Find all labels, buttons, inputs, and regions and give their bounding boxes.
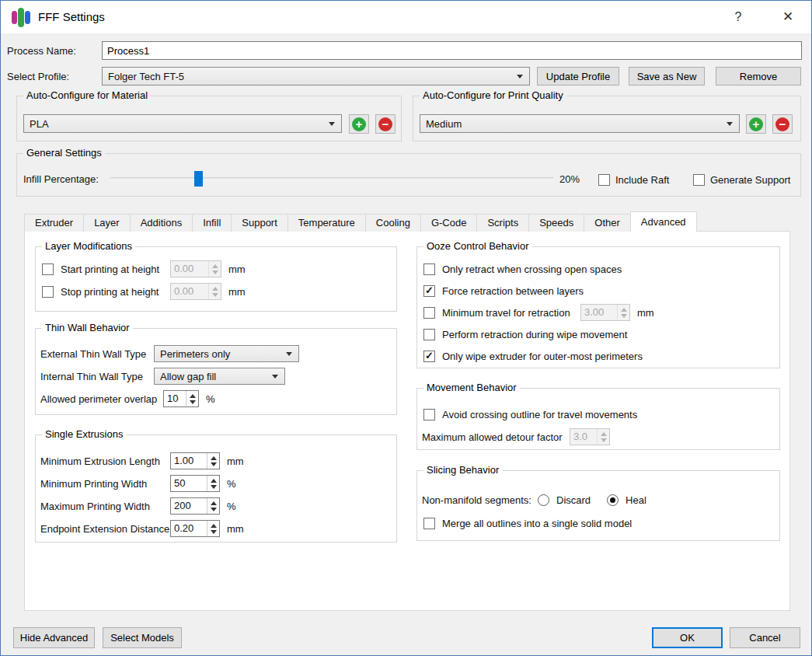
tab-support[interactable]: Support xyxy=(231,214,288,232)
quality-select[interactable]: Medium xyxy=(420,114,740,133)
tab-gcode[interactable]: G-Code xyxy=(420,214,478,232)
start-height-spinner[interactable]: 0.00 xyxy=(170,260,221,277)
perimeter-overlap-spinner[interactable]: 10 xyxy=(163,390,199,407)
start-printing-checkbox[interactable] xyxy=(42,263,54,275)
remove-profile-button[interactable]: Remove xyxy=(716,67,801,85)
tab-cooling[interactable]: Cooling xyxy=(365,214,421,232)
detour-factor-spinner[interactable]: 3.0 xyxy=(570,428,610,445)
process-name-input[interactable] xyxy=(102,41,802,60)
internal-thin-wall-select[interactable]: Allow gap fill xyxy=(154,368,285,385)
merge-outlines-label[interactable]: Merge all outlines into a single solid m… xyxy=(442,518,632,529)
movement-behavior-title: Movement Behavior xyxy=(423,382,520,393)
tab-scripts[interactable]: Scripts xyxy=(476,214,529,232)
cancel-button[interactable]: Cancel xyxy=(730,627,800,648)
help-icon[interactable]: ? xyxy=(722,1,754,33)
slicing-behavior-title: Slicing Behavior xyxy=(423,464,502,476)
remove-quality-button[interactable]: − xyxy=(772,114,793,134)
profile-select[interactable]: Folger Tech FT-5 xyxy=(102,67,530,85)
minus-circle-icon: − xyxy=(775,117,789,131)
only-wipe-checkbox[interactable] xyxy=(423,351,435,362)
thin-wall-behavior-group: Thin Wall Behavior External Thin Wall Ty… xyxy=(35,328,397,415)
advanced-tab-pane: Layer Modifications Start printing at he… xyxy=(24,231,790,611)
discard-radio[interactable] xyxy=(538,494,549,506)
select-models-button[interactable]: Select Models xyxy=(103,627,182,648)
heal-radio-label[interactable]: Heal xyxy=(626,494,646,506)
tab-additions[interactable]: Additions xyxy=(130,214,193,232)
infill-slider-handle[interactable] xyxy=(194,171,203,187)
only-retract-checkbox[interactable] xyxy=(423,263,435,275)
stop-printing-label[interactable]: Stop printing at height xyxy=(61,286,163,298)
general-settings-title: General Settings xyxy=(23,147,105,159)
spinner-arrows-icon[interactable] xyxy=(207,498,219,514)
min-travel-spinner[interactable]: 3.00 xyxy=(580,304,630,321)
hide-advanced-button[interactable]: Hide Advanced xyxy=(13,627,95,648)
heal-radio[interactable] xyxy=(607,494,619,506)
app-logo-icon xyxy=(12,8,30,27)
force-retraction-checkbox[interactable] xyxy=(423,285,435,297)
minus-circle-icon: − xyxy=(378,117,392,131)
tab-layer[interactable]: Layer xyxy=(83,214,131,232)
spinner-arrows-icon[interactable] xyxy=(207,521,219,536)
spinner-arrows-icon[interactable] xyxy=(207,476,219,491)
perimeter-overlap-unit: % xyxy=(206,393,215,405)
merge-outlines-checkbox[interactable] xyxy=(423,518,435,529)
max-printing-width-spinner[interactable]: 200 xyxy=(170,497,220,515)
min-travel-checkbox[interactable] xyxy=(423,307,435,319)
chevron-down-icon xyxy=(517,75,523,79)
min-travel-label[interactable]: Minimum travel for retraction xyxy=(442,307,573,319)
include-raft-label[interactable]: Include Raft xyxy=(615,174,669,186)
external-thin-wall-select[interactable]: Perimeters only xyxy=(154,345,299,362)
infill-slider-track[interactable] xyxy=(110,177,553,180)
min-extrusion-length-spinner[interactable]: 1.00 xyxy=(170,452,220,469)
tab-other[interactable]: Other xyxy=(584,214,631,232)
quality-select-value: Medium xyxy=(426,118,723,130)
update-profile-button[interactable]: Update Profile xyxy=(537,67,619,85)
stop-height-spinner[interactable]: 0.00 xyxy=(170,283,221,300)
close-icon[interactable]: ✕ xyxy=(772,1,804,33)
spinner-arrows-icon[interactable] xyxy=(186,391,198,407)
spinner-arrows-icon[interactable] xyxy=(597,429,609,445)
min-printing-width-spinner[interactable]: 50 xyxy=(170,475,220,492)
remove-material-button[interactable]: − xyxy=(375,114,396,134)
min-travel-unit: mm xyxy=(637,307,654,319)
spinner-arrows-icon[interactable] xyxy=(617,305,629,320)
stop-height-unit: mm xyxy=(228,286,246,298)
auto-configure-material-group: Auto-Configure for Material PLA + − xyxy=(16,96,402,141)
chevron-down-icon xyxy=(272,375,278,379)
select-profile-label: Select Profile: xyxy=(7,71,69,82)
spinner-arrows-icon[interactable] xyxy=(208,261,221,277)
include-raft-checkbox[interactable] xyxy=(598,174,610,186)
tab-advanced[interactable]: Advanced xyxy=(630,211,697,232)
ok-button[interactable]: OK xyxy=(652,627,723,648)
tab-speeds[interactable]: Speeds xyxy=(528,214,584,232)
generate-support-label[interactable]: Generate Support xyxy=(710,174,790,186)
min-extrusion-length-unit: mm xyxy=(227,455,244,467)
only-wipe-label[interactable]: Only wipe extruder for outer-most perime… xyxy=(442,351,643,362)
avoid-crossing-checkbox[interactable] xyxy=(423,409,435,420)
min-printing-width-label: Minimum Printing Width xyxy=(40,478,163,490)
discard-radio-label[interactable]: Discard xyxy=(556,494,591,506)
internal-thin-wall-label: Internal Thin Wall Type xyxy=(40,371,147,382)
start-printing-label[interactable]: Start printing at height xyxy=(61,263,163,275)
endpoint-extension-spinner[interactable]: 0.20 xyxy=(170,520,220,537)
avoid-crossing-label[interactable]: Avoid crossing outline for travel moveme… xyxy=(442,409,637,420)
only-retract-label[interactable]: Only retract when crossing open spaces xyxy=(442,263,622,275)
generate-support-checkbox[interactable] xyxy=(693,174,705,186)
save-as-new-button[interactable]: Save as New xyxy=(629,67,705,85)
tab-temperature[interactable]: Temperature xyxy=(288,214,366,232)
profile-select-value: Folger Tech FT-5 xyxy=(108,71,514,82)
movement-behavior-group: Movement Behavior Avoid crossing outline… xyxy=(416,388,780,450)
tab-infill[interactable]: Infill xyxy=(192,214,232,232)
endpoint-extension-label: Endpoint Extension Distance xyxy=(40,523,163,535)
tab-extruder[interactable]: Extruder xyxy=(24,214,84,232)
spinner-arrows-icon[interactable] xyxy=(208,284,221,299)
material-select[interactable]: PLA xyxy=(23,114,342,133)
stop-printing-checkbox[interactable] xyxy=(42,286,54,298)
wipe-retraction-checkbox[interactable] xyxy=(423,329,435,340)
force-retraction-label[interactable]: Force retraction between layers xyxy=(442,285,584,297)
single-extrusions-group: Single Extrusions Minimum Extrusion Leng… xyxy=(35,434,397,543)
add-material-button[interactable]: + xyxy=(349,114,369,134)
add-quality-button[interactable]: + xyxy=(746,114,766,134)
spinner-arrows-icon[interactable] xyxy=(207,453,219,469)
wipe-retraction-label[interactable]: Perform retraction during wipe movement xyxy=(442,329,627,340)
